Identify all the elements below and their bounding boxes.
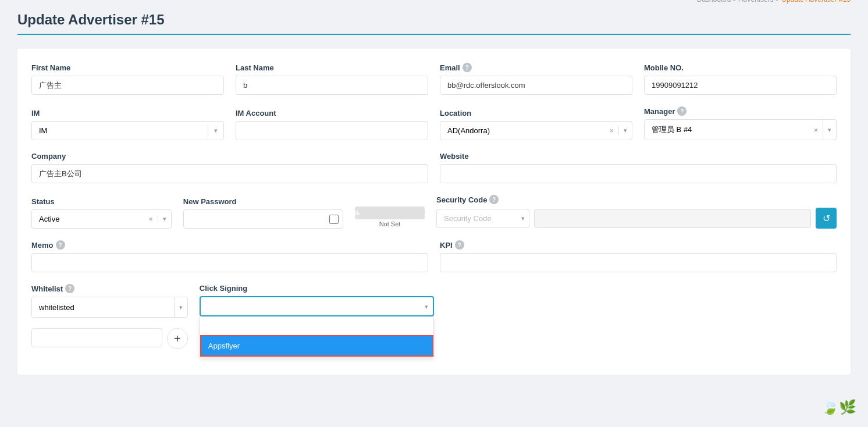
- kpi-help-icon[interactable]: ?: [455, 240, 464, 250]
- click-signing-select[interactable]: Appsflyer: [200, 296, 434, 316]
- breadcrumb-dashboard[interactable]: Dashboard: [697, 0, 731, 3]
- new-password-input[interactable]: [183, 209, 343, 229]
- form-row-3: Company Website: [31, 152, 837, 183]
- security-code-select[interactable]: [436, 209, 529, 228]
- first-name-group: First Name: [31, 63, 224, 95]
- status-group: Status × ▾: [31, 197, 172, 229]
- breadcrumb-sep2: >: [775, 0, 781, 3]
- status-input[interactable]: [32, 210, 144, 228]
- whitelist-dropdown-wrapper: whitelisted ▾: [31, 297, 188, 318]
- manager-input[interactable]: [645, 121, 809, 139]
- click-signing-option-empty[interactable]: [200, 316, 433, 335]
- last-name-input[interactable]: [236, 76, 428, 95]
- click-signing-label: Click Signing: [200, 284, 434, 293]
- breadcrumb: Dashboard > Advertisers > Update Adverti…: [697, 0, 851, 3]
- breadcrumb-advertisers[interactable]: Advertisers: [739, 0, 774, 3]
- strength-bar: 0%: [355, 207, 425, 219]
- location-label: Location: [440, 109, 632, 118]
- location-wrapper: × ▾: [440, 121, 632, 140]
- security-code-group: Security Code ? ▾ ↺: [436, 195, 837, 229]
- form-row-6: Whitelist ? whitelisted ▾ + Click Signin…: [31, 284, 837, 349]
- click-signing-option-appsflyer[interactable]: Appsflyer: [200, 335, 433, 357]
- memo-help-icon[interactable]: ?: [56, 240, 65, 250]
- new-password-label: New Password: [183, 197, 343, 206]
- mobile-no-label: Mobile NO.: [644, 63, 837, 72]
- security-code-label: Security Code ?: [436, 195, 837, 204]
- company-input[interactable]: [31, 164, 428, 183]
- strength-label: Not Set: [379, 220, 401, 227]
- form-row-5: Memo ? KPI ?: [31, 240, 837, 272]
- first-name-label: First Name: [31, 63, 224, 72]
- new-password-group: New Password: [183, 197, 343, 229]
- whitelist-arrow-icon[interactable]: ▾: [174, 297, 187, 317]
- status-arrow-icon[interactable]: ▾: [158, 215, 171, 223]
- last-name-label: Last Name: [236, 63, 428, 72]
- form-row-4: Status × ▾ New Password 0%: [31, 195, 837, 229]
- memo-label: Memo ?: [31, 240, 428, 250]
- mobile-no-input[interactable]: [644, 76, 837, 95]
- security-code-refresh-btn[interactable]: ↺: [816, 208, 837, 229]
- kpi-group: KPI ?: [440, 240, 837, 272]
- location-group: Location × ▾: [440, 109, 632, 140]
- first-name-input[interactable]: [31, 76, 224, 95]
- im-group: IM IM ▾: [31, 109, 224, 140]
- manager-wrapper: × ▾: [644, 119, 837, 140]
- im-select[interactable]: IM: [32, 122, 208, 140]
- password-show-checkbox[interactable]: [329, 215, 339, 224]
- location-arrow-icon[interactable]: ▾: [618, 127, 632, 134]
- status-clear-icon[interactable]: ×: [144, 215, 158, 223]
- website-label: Website: [440, 152, 837, 161]
- click-signing-group: Click Signing Appsflyer ▾ Appsflyer: [200, 284, 434, 316]
- mobile-no-group: Mobile NO.: [644, 63, 837, 95]
- email-input[interactable]: [440, 76, 632, 95]
- click-signing-container: Click Signing Appsflyer ▾ Appsflyer: [200, 284, 434, 316]
- security-code-controls: ▾ ↺: [436, 208, 837, 229]
- memo-input[interactable]: [31, 253, 428, 272]
- form-section: First Name Last Name Email ? Mobile NO.: [17, 49, 851, 375]
- last-name-group: Last Name: [236, 63, 428, 95]
- whitelist-select[interactable]: whitelisted: [32, 298, 174, 316]
- manager-arrow-icon[interactable]: ▾: [823, 120, 836, 140]
- click-signing-dropdown: Appsflyer: [200, 316, 434, 357]
- click-signing-select-wrapper: Appsflyer ▾: [200, 296, 434, 316]
- memo-group: Memo ?: [31, 240, 428, 272]
- im-arrow-btn[interactable]: ▾: [208, 122, 223, 139]
- header-divider: [17, 34, 851, 35]
- whitelist-add-row: +: [31, 326, 188, 349]
- website-input[interactable]: [440, 164, 837, 183]
- whitelist-add-button[interactable]: +: [167, 328, 188, 349]
- manager-help-icon[interactable]: ?: [677, 106, 686, 116]
- strength-group: 0% Not Set: [355, 207, 425, 229]
- company-group: Company: [31, 152, 428, 183]
- im-account-input[interactable]: [236, 121, 428, 140]
- logo-leaves-icon: 🍃🌿: [821, 399, 856, 415]
- form-row-2: IM IM ▾ IM Account Location × ▾: [31, 106, 837, 140]
- security-code-text-input[interactable]: [534, 209, 811, 228]
- whitelist-help-icon[interactable]: ?: [65, 284, 74, 293]
- manager-group: Manager ? × ▾: [644, 106, 837, 140]
- page-container: Update Advertiser #15 Dashboard > Advert…: [0, 0, 868, 427]
- location-input[interactable]: [440, 122, 604, 140]
- company-label: Company: [31, 152, 428, 161]
- im-label: IM: [31, 109, 224, 118]
- location-clear-icon[interactable]: ×: [604, 126, 618, 135]
- page-title: Update Advertiser #15: [17, 12, 165, 28]
- status-wrapper: × ▾: [31, 209, 172, 229]
- whitelist-add-input[interactable]: [31, 328, 162, 347]
- security-code-help-icon[interactable]: ?: [489, 195, 499, 204]
- status-label: Status: [31, 197, 172, 206]
- kpi-label: KPI ?: [440, 240, 837, 250]
- website-group: Website: [440, 152, 837, 183]
- password-wrapper: [183, 209, 343, 229]
- email-label: Email ?: [440, 63, 632, 72]
- manager-label: Manager ?: [644, 106, 837, 116]
- im-account-group: IM Account: [236, 109, 428, 140]
- breadcrumb-sep1: >: [733, 0, 739, 3]
- manager-clear-icon[interactable]: ×: [809, 126, 823, 134]
- email-help-icon[interactable]: ?: [463, 63, 472, 72]
- im-select-wrapper: IM ▾: [31, 121, 224, 140]
- whitelist-group: Whitelist ? whitelisted ▾ +: [31, 284, 188, 349]
- whitelist-label: Whitelist ?: [31, 284, 188, 293]
- bottom-logo: 🍃🌿: [821, 399, 856, 415]
- kpi-input[interactable]: [440, 253, 837, 272]
